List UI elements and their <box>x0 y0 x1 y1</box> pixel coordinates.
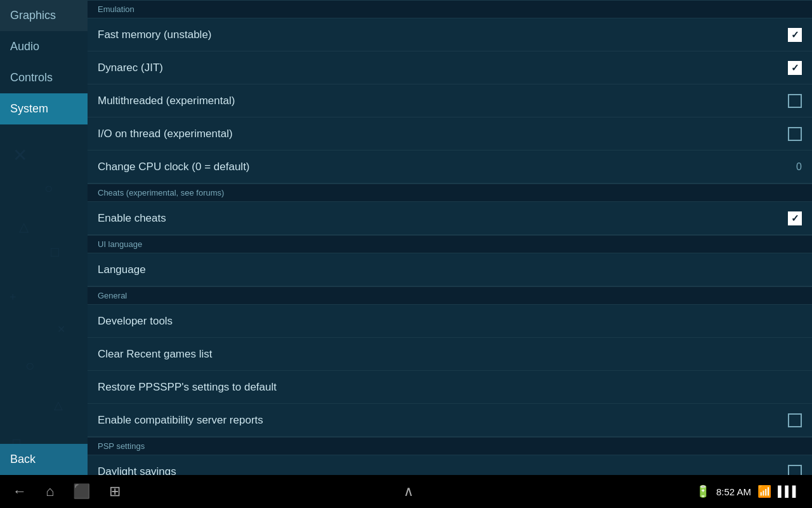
checkbox-multithreaded[interactable] <box>788 94 802 108</box>
wifi-icon: 📶 <box>757 485 771 498</box>
sidebar-item-audio[interactable]: Audio <box>0 31 88 62</box>
grid-nav-icon[interactable]: ⊞ <box>109 483 121 500</box>
checkbox-io-thread[interactable] <box>788 127 802 141</box>
section-header-cheats: Cheats (experimental, see forums) <box>88 184 812 202</box>
back-button[interactable]: Back <box>0 444 88 475</box>
sidebar: ✕ ○ △ □ + ✕ ○ △ □ GraphicsAudioControlsS… <box>0 0 88 475</box>
setting-value-cpu-clock: 0 <box>796 161 802 173</box>
checkbox-dynarec[interactable] <box>788 61 802 75</box>
section-header-emulation: Emulation <box>88 0 812 18</box>
battery-icon: 🔋 <box>696 485 710 498</box>
setting-label-multithreaded: Multithreaded (experimental) <box>98 95 788 107</box>
section-header-ui-language: UI language <box>88 235 812 253</box>
section-header-general: General <box>88 286 812 305</box>
setting-label-enable-cheats: Enable cheats <box>98 212 788 225</box>
content-area: ✕○△□✕○△□✕○△ +✕○△□+✕○△□+ △□✕○△□✕○△□✕ ○△□✕… <box>88 0 812 475</box>
sidebar-item-system[interactable]: System <box>0 93 88 124</box>
home-nav-icon[interactable]: ⌂ <box>46 483 54 500</box>
svg-text:✕: ✕ <box>13 145 27 165</box>
setting-label-compat-reports: Enable compatibility server reports <box>98 414 788 427</box>
setting-label-io-thread: I/O on thread (experimental) <box>98 128 788 140</box>
setting-row-io-thread[interactable]: I/O on thread (experimental) <box>88 117 812 150</box>
sidebar-item-graphics[interactable]: Graphics <box>0 0 88 31</box>
checkbox-daylight-savings[interactable] <box>788 465 802 476</box>
setting-label-clear-recent: Clear Recent games list <box>98 348 802 361</box>
recent-nav-icon[interactable]: ⬛ <box>73 483 90 500</box>
setting-row-enable-cheats[interactable]: Enable cheats <box>88 202 812 235</box>
settings-container: EmulationFast memory (unstable)Dynarec (… <box>88 0 812 475</box>
setting-row-clear-recent[interactable]: Clear Recent games list <box>88 338 812 371</box>
nav-center: ∧ <box>403 483 414 500</box>
setting-label-cpu-clock: Change CPU clock (0 = default) <box>98 161 790 173</box>
svg-text:△: △ <box>54 399 63 411</box>
up-nav-icon[interactable]: ∧ <box>403 483 414 500</box>
checkbox-compat-reports[interactable] <box>788 413 802 427</box>
setting-label-restore-settings: Restore PPSSPP's settings to default <box>98 381 802 394</box>
setting-row-restore-settings[interactable]: Restore PPSSPP's settings to default <box>88 371 812 404</box>
setting-row-dynarec[interactable]: Dynarec (JIT) <box>88 51 812 84</box>
time-display: 8:52 AM <box>716 486 751 497</box>
signal-icon: ▌▌▌ <box>778 486 799 497</box>
setting-row-language[interactable]: Language <box>88 253 812 286</box>
checkbox-fast-memory[interactable] <box>788 28 802 42</box>
sidebar-item-controls[interactable]: Controls <box>0 62 88 93</box>
svg-text:+: + <box>10 291 16 304</box>
setting-label-fast-memory: Fast memory (unstable) <box>98 29 788 41</box>
checkbox-enable-cheats[interactable] <box>788 211 802 225</box>
section-header-psp-settings: PSP settings <box>88 437 812 455</box>
svg-text:○: ○ <box>25 357 35 374</box>
setting-row-multithreaded[interactable]: Multithreaded (experimental) <box>88 84 812 117</box>
svg-text:□: □ <box>51 244 59 260</box>
setting-label-dynarec: Dynarec (JIT) <box>98 62 788 74</box>
svg-text:✕: ✕ <box>57 324 65 335</box>
back-nav-icon[interactable]: ← <box>13 483 27 500</box>
setting-row-fast-memory[interactable]: Fast memory (unstable) <box>88 18 812 51</box>
setting-label-developer-tools: Developer tools <box>98 315 802 328</box>
svg-text:△: △ <box>19 220 29 234</box>
nav-left: ← ⌂ ⬛ ⊞ <box>13 483 121 500</box>
setting-row-compat-reports[interactable]: Enable compatibility server reports <box>88 404 812 437</box>
setting-row-cpu-clock[interactable]: Change CPU clock (0 = default)0 <box>88 150 812 184</box>
nav-right: 🔋 8:52 AM 📶 ▌▌▌ <box>696 485 799 498</box>
svg-text:○: ○ <box>44 180 53 196</box>
setting-label-language: Language <box>98 264 802 276</box>
setting-row-daylight-savings[interactable]: Daylight savings <box>88 455 812 475</box>
setting-row-developer-tools[interactable]: Developer tools <box>88 305 812 338</box>
setting-label-daylight-savings: Daylight savings <box>98 465 788 476</box>
nav-bar: ← ⌂ ⬛ ⊞ ∧ 🔋 8:52 AM 📶 ▌▌▌ <box>0 475 812 508</box>
